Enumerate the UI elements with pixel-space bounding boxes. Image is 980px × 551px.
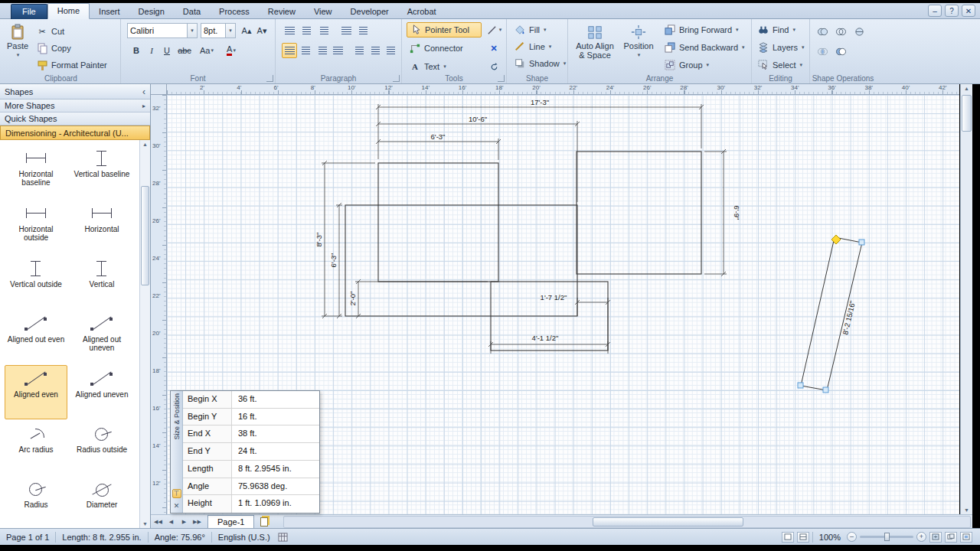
- stencil-shape-item[interactable]: Horizontal baseline: [5, 145, 67, 199]
- vertical-scrollbar[interactable]: ▲ ▼: [960, 84, 972, 514]
- align-middle-button[interactable]: [299, 23, 314, 38]
- switch-windows-icon[interactable]: [945, 532, 957, 543]
- shapes-panel-scrollbar[interactable]: ▲ ▼: [139, 140, 150, 528]
- stencil-shape-item[interactable]: Diameter: [70, 475, 133, 528]
- ribbon-tab[interactable]: Acrobat: [398, 5, 446, 19]
- paragraph-dialog-launcher[interactable]: [393, 75, 400, 82]
- stencil-shape-item[interactable]: Horizontal outside: [5, 200, 67, 254]
- property-value-field[interactable]: 24 ft.: [232, 443, 319, 460]
- font-dialog-launcher[interactable]: [266, 75, 273, 82]
- bullets-button[interactable]: [338, 23, 354, 38]
- autohide-pin-icon[interactable]: ⊤: [172, 489, 181, 498]
- whole-page-view-icon[interactable]: [782, 532, 794, 543]
- fit-page-to-window-icon[interactable]: [929, 532, 942, 543]
- align-center-button[interactable]: [298, 43, 313, 58]
- scroll-down-icon[interactable]: ▼: [140, 521, 150, 527]
- horizontal-scrollbar[interactable]: [283, 516, 971, 528]
- help-icon[interactable]: ?: [945, 5, 959, 17]
- align-top-button[interactable]: [282, 23, 297, 38]
- previous-page-button[interactable]: ◀: [165, 516, 177, 527]
- italic-button[interactable]: I: [144, 43, 159, 58]
- underline-button[interactable]: U: [159, 43, 175, 58]
- align-left-button[interactable]: [282, 43, 297, 58]
- full-screen-icon[interactable]: [960, 532, 972, 543]
- zoom-in-button[interactable]: +: [916, 532, 926, 542]
- ribbon-tab[interactable]: Insert: [90, 5, 129, 19]
- text-tool-button[interactable]: A Text ▾: [407, 59, 482, 74]
- next-page-button[interactable]: ▶: [178, 516, 190, 527]
- font-family-select[interactable]: Calibri ▾: [127, 23, 198, 38]
- status-length[interactable]: Length: 8 ft. 2.955 in.: [56, 533, 147, 542]
- strikethrough-button[interactable]: abc: [175, 43, 194, 58]
- fragment-button[interactable]: [851, 24, 867, 39]
- zoom-level[interactable]: 100%: [816, 533, 844, 542]
- stencil-shape-item[interactable]: Radius: [5, 475, 67, 528]
- scroll-down-icon[interactable]: ▼: [961, 507, 972, 513]
- ribbon-tab[interactable]: Design: [129, 5, 174, 19]
- stencil-shape-item[interactable]: Vertical: [70, 255, 133, 309]
- selection-handles[interactable]: [798, 235, 864, 393]
- shadow-button[interactable]: Shadow▾: [511, 56, 568, 71]
- status-angle[interactable]: Angle: 75.96°: [149, 533, 211, 542]
- combine-button[interactable]: [833, 24, 848, 39]
- control-handle[interactable]: [831, 235, 841, 244]
- fill-button[interactable]: Fill▾: [511, 22, 549, 37]
- font-color-button[interactable]: A ▾: [220, 43, 242, 58]
- scroll-up-icon[interactable]: ▲: [961, 86, 972, 91]
- send-backward-button[interactable]: Send Backward▾: [662, 40, 747, 55]
- chevron-down-icon[interactable]: ▾: [187, 24, 197, 37]
- ribbon-tab[interactable]: Data: [174, 5, 210, 19]
- minimize-icon[interactable]: –: [928, 5, 942, 17]
- zoom-out-button[interactable]: –: [847, 532, 857, 542]
- select-button[interactable]: Select▾: [755, 57, 805, 73]
- first-page-button[interactable]: ◀◀: [152, 516, 164, 527]
- line-button[interactable]: Line▾: [511, 39, 554, 54]
- line-tool-button[interactable]: ▾: [485, 22, 503, 37]
- last-page-button[interactable]: ▶▶: [191, 516, 203, 527]
- close-panel-icon[interactable]: ✕: [172, 501, 181, 510]
- page-width-view-icon[interactable]: [797, 532, 809, 543]
- subtract-button[interactable]: [833, 44, 848, 59]
- intersect-button[interactable]: [815, 44, 830, 59]
- quick-shapes-item[interactable]: Quick Shapes: [0, 112, 150, 126]
- stencil-shape-item[interactable]: Aligned uneven: [70, 365, 133, 419]
- bold-button[interactable]: B: [129, 43, 144, 58]
- ribbon-tab[interactable]: Home: [47, 3, 90, 19]
- ribbon-tab[interactable]: Developer: [341, 5, 398, 19]
- stencil-tab-dimensioning[interactable]: Dimensioning - Architectural (U...: [0, 126, 150, 140]
- property-value-field[interactable]: 8 ft. 2.9545 in.: [232, 461, 319, 478]
- connector-tool-button[interactable]: Connector: [407, 41, 482, 56]
- selection-handle[interactable]: [823, 387, 828, 393]
- property-value-field[interactable]: 1 ft. 1.0969 in.: [232, 495, 319, 513]
- ribbon-tab[interactable]: Review: [259, 5, 305, 19]
- zoom-slider[interactable]: [860, 536, 913, 538]
- stencil-shape-item[interactable]: Aligned even: [5, 365, 67, 419]
- increase-indent-button[interactable]: [367, 43, 382, 58]
- tools-dialog-launcher[interactable]: [498, 75, 505, 82]
- change-case-button[interactable]: Aa▾: [196, 43, 217, 58]
- copy-button[interactable]: Copy: [34, 41, 74, 56]
- layers-button[interactable]: Layers▾: [755, 40, 807, 55]
- font-size-select[interactable]: 8pt. ▾: [201, 23, 236, 38]
- decrease-indent-button[interactable]: [351, 43, 366, 58]
- macro-icon[interactable]: [276, 531, 290, 543]
- property-value-field[interactable]: 16 ft.: [232, 409, 319, 425]
- align-bottom-button[interactable]: [315, 23, 331, 38]
- justify-button[interactable]: [330, 43, 345, 58]
- group-button[interactable]: Group▾: [662, 57, 711, 73]
- room-rect[interactable]: [378, 163, 498, 282]
- property-value-field[interactable]: 36 ft.: [232, 391, 319, 408]
- property-value-field[interactable]: 75.9638 deg.: [232, 478, 319, 495]
- position-button[interactable]: Position ▾: [620, 21, 657, 60]
- ribbon-tab[interactable]: View: [305, 5, 341, 19]
- size-position-titlebar[interactable]: Size & Position ⊤ ✕: [171, 391, 183, 513]
- stencil-shape-item[interactable]: Vertical baseline: [70, 145, 133, 199]
- ribbon-tab[interactable]: File: [11, 4, 47, 19]
- pointer-tool-button[interactable]: Pointer Tool: [407, 22, 482, 37]
- selection-handle[interactable]: [859, 240, 864, 245]
- rotate-tool-button[interactable]: [485, 59, 503, 74]
- status-language[interactable]: English (U.S.): [212, 533, 276, 542]
- stencil-shape-item[interactable]: Horizontal: [70, 200, 133, 254]
- shrink-font-button[interactable]: A▾: [254, 23, 270, 38]
- ribbon-tab[interactable]: Process: [210, 5, 259, 19]
